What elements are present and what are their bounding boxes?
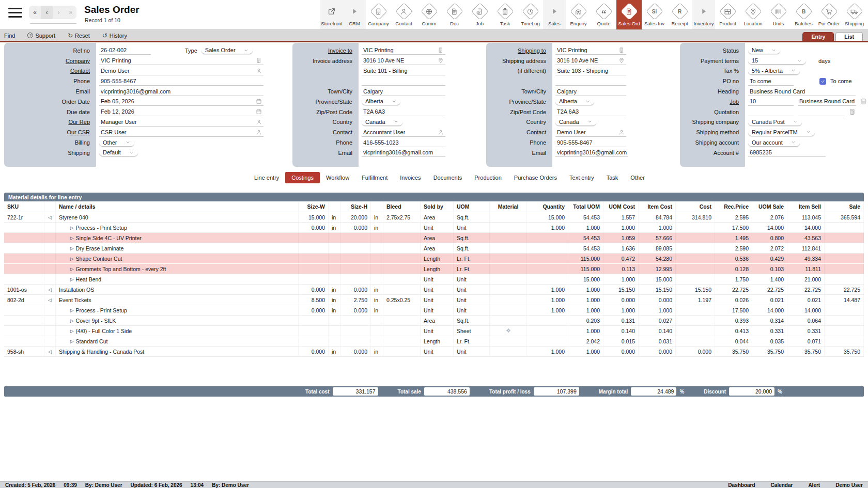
- total-discount[interactable]: 20.000: [729, 387, 774, 396]
- field-if-different[interactable]: Suite 103 - Shipping: [555, 67, 626, 75]
- table-row[interactable]: 802-2d◁Event Tickets8.500in2.750in0.25x0…: [4, 295, 864, 305]
- field-account[interactable]: 6985235: [748, 148, 826, 157]
- expand-arrow-icon[interactable]: ▷: [70, 318, 74, 323]
- total-total-cost[interactable]: 331.157: [333, 387, 378, 396]
- person-icon[interactable]: [256, 68, 262, 74]
- select-shipping-account[interactable]: Our account: [748, 139, 800, 147]
- expand-arrow-icon[interactable]: ▷: [70, 225, 74, 230]
- field-email[interactable]: vicprinting3016@gmail.com: [362, 148, 445, 157]
- field-invoice-address[interactable]: 3016 10 Ave NE: [362, 56, 445, 65]
- select-country[interactable]: Canada: [362, 118, 402, 126]
- field-our-csr[interactable]: CSR User: [99, 128, 264, 137]
- person-icon[interactable]: [256, 129, 262, 135]
- table-row[interactable]: ▷Single Side 4C - UV PrinterAreaSq.ft.54…: [4, 233, 864, 243]
- total-margin-total[interactable]: 24.489: [631, 387, 676, 396]
- field-quotation[interactable]: [798, 107, 845, 116]
- toolbar-sales[interactable]: Sales: [543, 0, 566, 29]
- pin-icon[interactable]: [438, 57, 444, 64]
- toolbar-doc[interactable]: Doc: [442, 0, 467, 29]
- select-province-state[interactable]: Alberta: [362, 98, 400, 105]
- link-dashboard[interactable]: Dashboard: [728, 482, 755, 488]
- label-shipping-to[interactable]: Shipping to: [486, 48, 552, 54]
- toolbar-batches[interactable]: BBatches: [791, 0, 816, 29]
- table-row[interactable]: ▷Dry Erase LaminateAreaSq.ft.54.4531.636…: [4, 243, 864, 254]
- table-row[interactable]: ▷Shape Contour CutLengthLr. Ft.115.0000.…: [4, 254, 864, 264]
- field-blank[interactable]: [362, 77, 445, 86]
- field-shipping-address[interactable]: 3016 10 Ave NE: [555, 56, 626, 65]
- table-row[interactable]: 1001-os◁Installation OS0.000in0.000inUni…: [4, 285, 864, 295]
- field-invoice-to[interactable]: VIC Printing: [362, 46, 445, 55]
- toolbar-company[interactable]: Company: [366, 0, 391, 29]
- label-our-rep[interactable]: Our Rep: [4, 119, 96, 125]
- collapse-arrow-icon[interactable]: ◁: [48, 349, 52, 354]
- tab-documents[interactable]: Documents: [427, 172, 469, 183]
- expand-arrow-icon[interactable]: ▷: [70, 246, 74, 251]
- material-gear-icon[interactable]: [505, 327, 512, 335]
- toolbar-quote[interactable]: Quote: [591, 0, 616, 29]
- tab-text-entry[interactable]: Text entry: [563, 172, 600, 183]
- tab-task[interactable]: Task: [600, 172, 625, 183]
- select-country[interactable]: Canada: [555, 118, 596, 126]
- collapse-arrow-icon[interactable]: ◁: [48, 287, 52, 292]
- calendar-icon[interactable]: [256, 98, 262, 104]
- field-phone[interactable]: 905-555-8467: [99, 77, 264, 86]
- building-icon[interactable]: [256, 57, 262, 64]
- tab-costings[interactable]: Costings: [285, 172, 320, 183]
- menu-icon[interactable]: [8, 8, 22, 20]
- nav-next-button[interactable]: ›: [53, 6, 65, 19]
- expand-arrow-icon[interactable]: ▷: [70, 328, 74, 334]
- link-alert[interactable]: Alert: [808, 482, 820, 488]
- field-email[interactable]: vicprinting3016@gmail.com: [555, 148, 628, 157]
- tab-line-entry[interactable]: Line entry: [248, 172, 285, 183]
- field-due-date[interactable]: Feb 12, 2026: [99, 107, 264, 116]
- field-phone[interactable]: 905-555-8467: [555, 138, 626, 147]
- field-job[interactable]: Business Round Card: [798, 97, 856, 106]
- toolbar-crm[interactable]: CRM: [343, 0, 366, 29]
- view-tab-list[interactable]: List: [835, 32, 863, 41]
- select-shipping-company[interactable]: Canada Post: [748, 118, 802, 126]
- field-town-city[interactable]: Calgary: [362, 87, 445, 96]
- menu-reset[interactable]: ↻Reset: [68, 32, 90, 39]
- field-our-rep[interactable]: Manager User: [99, 118, 264, 127]
- field-contact[interactable]: Accountant User: [362, 128, 445, 137]
- tab-fulfillment[interactable]: Fulfillment: [355, 172, 394, 183]
- building-icon[interactable]: [618, 47, 625, 53]
- total-total-profit-loss[interactable]: 107.399: [534, 387, 579, 396]
- select-payment-terms[interactable]: 15: [748, 57, 806, 65]
- field-blank[interactable]: [555, 77, 626, 86]
- view-tab-entry[interactable]: Entry: [802, 32, 834, 41]
- menu-find[interactable]: Find: [4, 33, 15, 39]
- label-contact[interactable]: Contact: [4, 68, 96, 74]
- label-invoice-to[interactable]: Invoice to: [292, 48, 359, 54]
- field-phone[interactable]: 416-555-1023: [362, 138, 445, 147]
- field-heading[interactable]: Business Round Card: [748, 87, 856, 96]
- toolbar-enquiry[interactable]: Enquiry: [566, 0, 591, 29]
- toolbar-sales-inv[interactable]: SiSales Inv: [642, 0, 667, 29]
- toolbar-task[interactable]: Task: [492, 0, 518, 29]
- tab-invoices[interactable]: Invoices: [394, 172, 427, 183]
- expand-arrow-icon[interactable]: ▷: [70, 277, 74, 282]
- toolbar-receipt[interactable]: RReceipt: [667, 0, 692, 29]
- expand-arrow-icon[interactable]: ▷: [70, 256, 74, 261]
- field-quotation[interactable]: [748, 107, 794, 116]
- table-row[interactable]: ▷Cover 9pt - SILKAreaSq.ft.0.2030.1310.0…: [4, 316, 864, 326]
- pin-icon[interactable]: [618, 57, 625, 64]
- table-row[interactable]: 722-1r◁Styrene 04015.000in20.000in2.75x2…: [4, 212, 864, 223]
- table-row[interactable]: ▷Grommets Top and Bottom - every 2ftLeng…: [4, 264, 864, 274]
- building-icon[interactable]: [438, 47, 444, 53]
- collapse-arrow-icon[interactable]: ◁: [48, 297, 52, 303]
- label-company[interactable]: Company: [4, 58, 96, 64]
- field-town-city[interactable]: Calgary: [555, 87, 626, 96]
- select-status[interactable]: New: [748, 46, 780, 54]
- tab-production[interactable]: Production: [468, 172, 508, 183]
- toolbar-sales-ord[interactable]: Sales Ord: [616, 0, 642, 29]
- select-province-state[interactable]: Alberta: [555, 98, 594, 105]
- collapse-arrow-icon[interactable]: ◁: [48, 215, 52, 220]
- expand-arrow-icon[interactable]: ▷: [70, 266, 74, 272]
- field-shipping-to[interactable]: VIC Printing: [555, 46, 626, 55]
- field-zip-post-code[interactable]: T2A 6A3: [555, 107, 626, 116]
- link-demo-user[interactable]: Demo User: [835, 482, 863, 488]
- select-shipping[interactable]: Default: [99, 149, 138, 156]
- calendar-icon[interactable]: [256, 108, 262, 115]
- field-order-date[interactable]: Feb 05, 2026: [99, 97, 264, 106]
